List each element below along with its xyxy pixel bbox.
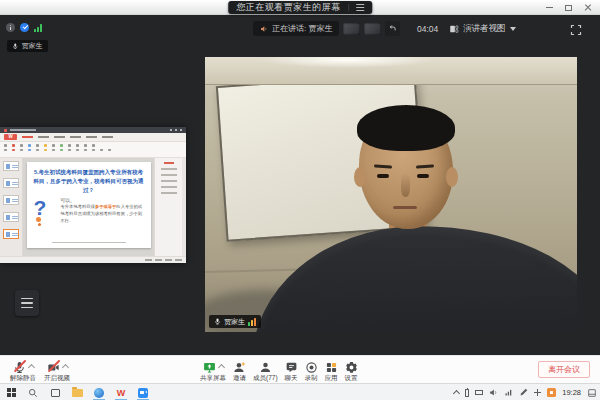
- tray-app-icon[interactable]: [547, 388, 556, 397]
- wps-office-button[interactable]: W: [110, 384, 132, 400]
- slide-answer: 可以。: [61, 197, 144, 203]
- tray-expand-chevron[interactable]: [453, 390, 460, 397]
- slide-title: 5.考生初试统考科目覆盖面跨入专业所有校考科目，且多于跨入专业，校考科目可否视为…: [27, 168, 151, 195]
- speaking-label: 正在讲话: 贾家生: [272, 23, 332, 34]
- apps-button[interactable]: 应用: [325, 359, 338, 383]
- apps-grid-icon: [325, 360, 338, 373]
- person-body: [250, 223, 577, 332]
- leave-meeting-button[interactable]: 离开会议: [538, 361, 590, 378]
- meeting-main-area: 正在讲话: 贾家生 04:04 演讲者视图 贾家生: [0, 15, 600, 355]
- meeting-info-icon[interactable]: [6, 23, 15, 32]
- action-center-icon[interactable]: [587, 388, 597, 398]
- file-explorer-button[interactable]: [66, 384, 88, 400]
- close-button[interactable]: [584, 4, 592, 12]
- video-name-badge: 贾家生: [209, 315, 261, 328]
- slide-underline: [52, 242, 126, 243]
- screen-share-banner-text: 您正在观看贾家生的屏幕: [236, 1, 341, 14]
- slide-thumbnail: [3, 212, 19, 222]
- meeting-status-icons: [6, 23, 42, 32]
- invite-button[interactable]: 邀请: [233, 359, 246, 383]
- floating-panel-handle[interactable]: [15, 290, 39, 316]
- maximize-button[interactable]: [565, 5, 572, 11]
- wps-slide-thumbnails: [0, 158, 23, 256]
- pen-icon[interactable]: [519, 388, 528, 397]
- presenter-name-badge: 贾家生: [7, 40, 48, 52]
- tray-tool-icon[interactable]: [534, 389, 541, 396]
- volume-icon[interactable]: [489, 388, 498, 397]
- window-controls: [546, 0, 592, 15]
- audio-level-bars: [248, 317, 256, 326]
- network-signal-icon[interactable]: [34, 24, 42, 32]
- wps-icon: W: [117, 388, 126, 398]
- share-screen-button[interactable]: 共享屏幕: [200, 359, 226, 383]
- share-options-chevron[interactable]: [217, 364, 224, 371]
- curved-arrow-icon: [388, 24, 397, 33]
- meeting-app-icon: [138, 388, 148, 398]
- mic-icon: [12, 43, 19, 50]
- browser-button[interactable]: [88, 384, 110, 400]
- taskbar-search-button[interactable]: [22, 384, 44, 400]
- taskbar-clock[interactable]: 19:28: [562, 388, 581, 397]
- record-button[interactable]: 录制: [305, 359, 318, 383]
- members-button[interactable]: 成员(77): [253, 359, 278, 383]
- collapse-thumbnails-button[interactable]: [385, 21, 400, 36]
- chat-button[interactable]: 聊天: [285, 359, 298, 383]
- view-mode-button[interactable]: 演讲者视图: [449, 21, 516, 36]
- task-view-icon: [51, 389, 60, 397]
- network-icon[interactable]: [504, 388, 513, 397]
- shared-wps-presentation-window: W 5.考生初试统考科目覆盖面跨入专业所有校考科目，且多于跨入专业，校考科目可否: [0, 127, 186, 263]
- members-icon: [259, 360, 272, 373]
- wps-ribbon: [0, 142, 186, 158]
- speaking-indicator-row: 正在讲话: 贾家生: [253, 21, 400, 36]
- window-titlebar: 您正在观看贾家生的屏幕: [0, 0, 600, 15]
- speaker-view-icon: [449, 24, 459, 34]
- settings-button[interactable]: 设置: [345, 359, 358, 383]
- view-mode-label: 演讲者视图: [463, 23, 506, 35]
- invite-icon: [233, 360, 246, 373]
- person-face: [359, 109, 453, 229]
- meeting-toolbar: 解除静音 开启视频: [0, 355, 600, 383]
- search-icon: [28, 388, 38, 398]
- slide-thumbnail: [3, 195, 19, 205]
- battery-icon[interactable]: [465, 389, 469, 397]
- participant-video-thumbnail[interactable]: [343, 23, 360, 35]
- wps-logo: W: [4, 134, 17, 140]
- meeting-app-window: 您正在观看贾家生的屏幕 正在讲话: 贾家生 04:04: [0, 0, 600, 400]
- folder-icon: [72, 389, 83, 397]
- participant-video-thumbnail[interactable]: [364, 23, 381, 35]
- gear-icon: [345, 360, 358, 373]
- tray-device-icon[interactable]: [475, 390, 483, 395]
- video-name: 贾家生: [224, 317, 245, 327]
- windows-taskbar: W 19:28: [0, 383, 600, 400]
- start-video-button[interactable]: 开启视频: [44, 359, 70, 383]
- mic-muted-icon: [13, 360, 26, 373]
- wps-slide-canvas: 5.考生初试统考科目覆盖面跨入专业所有校考科目，且多于跨入专业，校考科目可否视为…: [23, 158, 154, 256]
- meeting-timer: 04:04: [417, 24, 438, 34]
- unmute-button[interactable]: 解除静音: [10, 359, 36, 383]
- current-slide: 5.考生初试统考科目覆盖面跨入专业所有校考科目，且多于跨入专业，校考科目可否视为…: [27, 162, 151, 248]
- slide-thumbnail: [3, 161, 19, 171]
- wps-scrollbar: [182, 158, 186, 256]
- chat-icon: [285, 360, 298, 373]
- slide-thumbnail-selected: [3, 229, 19, 239]
- banner-menu-icon[interactable]: [348, 4, 364, 11]
- mic-icon: [214, 318, 221, 325]
- camera-options-chevron[interactable]: [61, 364, 68, 371]
- presenter-name: 贾家生: [22, 41, 43, 51]
- meeting-security-shield-icon[interactable]: [20, 23, 29, 32]
- task-view-button[interactable]: [44, 384, 66, 400]
- person-head: [359, 109, 453, 229]
- start-button[interactable]: [0, 384, 22, 400]
- screen-share-banner[interactable]: 您正在观看贾家生的屏幕: [228, 1, 372, 14]
- ceiling-light: [260, 57, 435, 68]
- chevron-down-icon: [510, 27, 516, 31]
- minimize-button[interactable]: [546, 7, 553, 8]
- meeting-app-button[interactable]: [132, 384, 154, 400]
- slide-thumbnail: [3, 178, 19, 188]
- windows-logo-icon: [7, 388, 16, 397]
- wps-tab-bar: W: [0, 133, 186, 142]
- speaking-audio-icon: [260, 25, 268, 33]
- fullscreen-button[interactable]: [570, 22, 582, 34]
- mic-options-chevron[interactable]: [27, 364, 34, 371]
- fullscreen-icon: [570, 24, 582, 36]
